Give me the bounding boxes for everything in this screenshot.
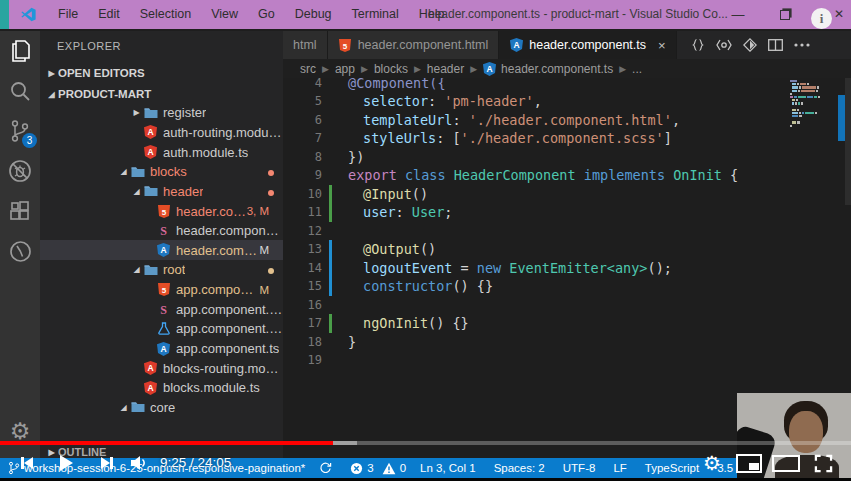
tree-item-root[interactable]: ◢root [40,260,283,280]
video-controls: 9:25 / 24:05 ⚙ [0,448,851,478]
line-number: 17 [283,316,322,330]
editor-actions [685,31,815,59]
preview-icon[interactable] [711,31,737,59]
titlebar: FileEditSelectionViewGoDebugTerminalHelp… [0,0,851,29]
svg-text:5: 5 [161,286,166,295]
breadcrumb-src[interactable]: src [300,62,316,76]
tree-item-auth-module-ts[interactable]: Aauth.module.ts [40,142,283,162]
play-button[interactable] [52,448,80,478]
debug-icon[interactable] [0,151,40,191]
triangle-left-icon [24,457,33,469]
close-tab-icon[interactable]: × [658,38,666,53]
tree-item-label: register [163,105,206,120]
tree-item-app-component-spec-ts[interactable]: app.component.spec.ts [40,319,283,339]
svg-text:A: A [160,245,166,255]
code-line-12: 12 [283,222,851,241]
tree-item-blocks-module-ts[interactable]: Ablocks.module.ts [40,378,283,398]
skip-bar [110,457,113,469]
change-dot-icon [268,268,274,274]
previous-button[interactable] [14,448,40,478]
more-actions-icon[interactable] [789,31,815,59]
open-changes-icon[interactable] [685,31,711,59]
tree-item-label: core [150,400,175,415]
gutter-spacer [329,351,332,370]
code-line-16: 16 [283,296,851,315]
breadcrumb-app[interactable]: app [335,62,355,76]
minimap[interactable] [790,80,838,131]
line-number: 8 [283,150,322,164]
menu-file[interactable]: File [48,0,88,29]
tree-item-core[interactable]: ◢core [40,398,283,418]
tree-item-blocks[interactable]: ◢blocks [40,162,283,182]
menu-debug[interactable]: Debug [285,0,342,29]
extensions-icon[interactable] [0,191,40,231]
tree-item-header-componen[interactable]: 5header.componen...3, M [40,201,283,221]
folder-icon [143,106,158,120]
project-root-section[interactable]: ◢ PRODUCT-MART [40,84,283,104]
tree-item-blocks-routing-module-ts[interactable]: Ablocks-routing.module.ts [40,358,283,378]
video-progress-bar[interactable] [0,441,851,445]
code-text: ngOnInit() {} [332,315,469,331]
menu-edit[interactable]: Edit [88,0,130,29]
menu-selection[interactable]: Selection [130,0,201,29]
explorer-title: EXPLORER [57,40,121,52]
tree-item-app-component-scss[interactable]: Sapp.component.scss [40,299,283,319]
minimize-button[interactable]: — [723,0,753,29]
tab-header-component-html[interactable]: 5header.component.html [328,31,500,59]
tree-item-register[interactable]: ▶register [40,103,283,123]
tree-item-app-component-ts[interactable]: Aapp.component.ts [40,339,283,359]
fullscreen-button[interactable] [808,448,838,478]
breadcrumb-header[interactable]: header [427,62,464,76]
code-editor[interactable]: 4@Component({5selector: 'pm-header',6tem… [283,74,851,370]
open-editors-section[interactable]: ▶ OPEN EDITORS [40,63,283,83]
explorer-sidebar: EXPLORER ▶ OPEN EDITORS ◢ PRODUCT-MART ▶… [40,31,283,478]
settings-button[interactable]: ⚙ [698,448,726,478]
tree-item-label: blocks-routing.module.ts [163,361,283,376]
tree-item-label: header.componen... [176,204,247,219]
line-number: 14 [283,261,322,275]
svg-text:A: A [160,344,166,354]
dial-icon[interactable] [0,231,40,271]
tree-item-header[interactable]: ◢header [40,182,283,202]
tree-item-label: header.component.scss [176,223,283,238]
tree-item-app-component-html[interactable]: 5app.component.htmlM [40,280,283,300]
split-editor-icon[interactable] [763,31,789,59]
volume-button[interactable] [124,448,154,478]
gutter-spacer [329,222,332,241]
ng-red-icon: A [143,381,158,395]
tree-item-header-component-ts[interactable]: Aheader.component.tsM [40,240,283,260]
source-control-badge: 3 [22,133,37,148]
tree-item-auth-routing-module-ts[interactable]: Aauth-routing.module.ts [40,123,283,143]
tab-html[interactable]: html [283,31,328,59]
teal-corner-overlay [0,0,9,29]
menu-go[interactable]: Go [248,0,285,29]
restore-button[interactable] [770,0,800,29]
video-info-button[interactable]: i [811,8,832,29]
code-line-7: 7styleUrls: ['./header.component.scss'] [283,129,851,148]
breadcrumb-blocks[interactable]: blocks [374,62,408,76]
menu-view[interactable]: View [201,0,248,29]
source-control-icon[interactable]: 3 [0,111,40,151]
miniplayer-icon [736,454,762,473]
menu-terminal[interactable]: Terminal [342,0,409,29]
window-title: header.component.ts - product-mart - Vis… [428,0,728,29]
tab-header-component-ts[interactable]: Aheader.component.ts× [499,31,676,59]
svg-text:A: A [513,40,519,50]
folder-icon [130,400,145,414]
explorer-icon[interactable] [0,31,40,71]
next-button[interactable] [94,448,120,478]
breadcrumb-overflow[interactable]: ... [632,62,642,76]
theater-button[interactable] [770,448,802,478]
html5-icon: 5 [338,38,352,52]
breadcrumb[interactable]: src▶app▶blocks▶header▶Aheader.component.… [283,59,851,78]
format-icon[interactable] [737,31,763,59]
miniplayer-button[interactable] [734,448,764,478]
tab-bar: html5header.component.htmlAheader.compon… [283,31,851,59]
breadcrumb-file[interactable]: header.component.ts [501,62,613,76]
editor-scrollbar[interactable] [845,75,851,205]
tree-item-header-component-scss[interactable]: Sheader.component.scss [40,221,283,241]
search-icon[interactable] [0,71,40,111]
git-status-badge: M [259,284,269,296]
scss-icon: S [156,302,171,316]
svg-text:5: 5 [161,207,166,216]
